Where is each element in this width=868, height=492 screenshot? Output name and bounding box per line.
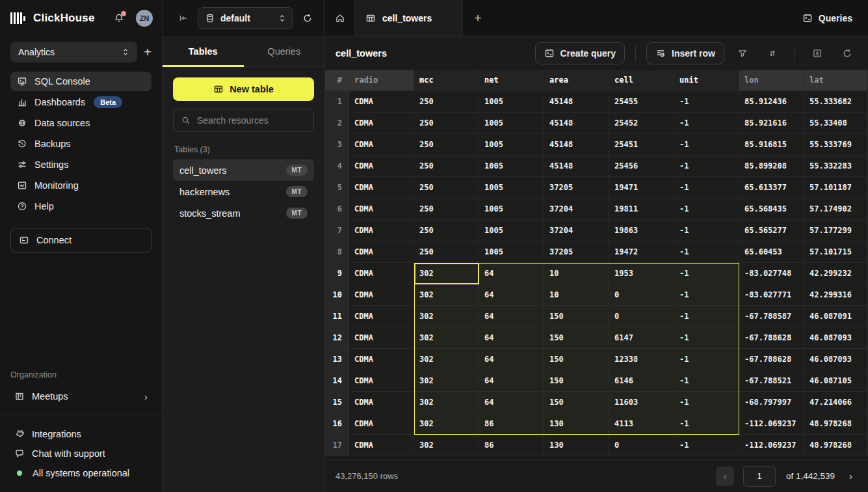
cell-unit[interactable]: -1 <box>674 370 739 392</box>
row-number[interactable]: 15 <box>325 392 349 413</box>
column-header-cell[interactable]: cell <box>609 70 674 91</box>
cell-cell[interactable]: 6146 <box>609 370 674 392</box>
cell-lat[interactable]: 57.177299 <box>804 220 868 241</box>
add-workspace-button[interactable]: + <box>144 46 151 59</box>
create-query-button[interactable]: Create query <box>535 42 625 64</box>
cell-area[interactable]: 130 <box>544 413 609 435</box>
cell-unit[interactable]: -1 <box>674 134 739 156</box>
cell-mcc[interactable]: 302 <box>414 284 479 306</box>
cell-unit[interactable]: -1 <box>674 177 739 198</box>
row-number[interactable]: 11 <box>325 306 349 327</box>
cell-unit[interactable]: -1 <box>674 435 739 456</box>
cell-lat[interactable]: 55.332283 <box>804 156 868 177</box>
cell-area[interactable]: 37204 <box>544 198 609 220</box>
new-tab-button[interactable]: + <box>463 0 493 36</box>
home-button[interactable] <box>325 0 355 36</box>
cell-radio[interactable]: CDMA <box>349 435 414 456</box>
cell-radio[interactable]: CDMA <box>349 220 414 241</box>
sidebar-item-integrations[interactable]: Integrations <box>0 424 162 444</box>
cell-lat[interactable]: 42.299316 <box>804 284 868 306</box>
cell-lon[interactable]: -83.027748 <box>739 263 804 284</box>
cell-area[interactable]: 45148 <box>544 134 609 156</box>
cell-mcc[interactable]: 302 <box>414 306 479 327</box>
tab-queries[interactable]: Queries <box>244 36 325 66</box>
cell-unit[interactable]: -1 <box>674 91 739 113</box>
cell-radio[interactable]: CDMA <box>349 327 414 349</box>
row-number[interactable]: 14 <box>325 370 349 392</box>
tab-tables[interactable]: Tables <box>163 36 244 66</box>
cell-cell[interactable]: 0 <box>609 435 674 456</box>
cell-lon[interactable]: 65.565277 <box>739 220 804 241</box>
sidebar-item-meetups[interactable]: Meetups › <box>10 386 151 407</box>
connect-button[interactable]: Connect <box>10 228 151 253</box>
cell-lat[interactable]: 46.087093 <box>804 327 868 349</box>
cell-mcc[interactable]: 250 <box>414 113 479 134</box>
cell-radio[interactable]: CDMA <box>349 370 414 392</box>
cell-area[interactable]: 150 <box>544 306 609 327</box>
cell-lon[interactable]: -83.027771 <box>739 284 804 306</box>
cell-area[interactable]: 10 <box>544 263 609 284</box>
cell-unit[interactable]: -1 <box>674 241 739 263</box>
cell-area[interactable]: 37205 <box>544 177 609 198</box>
cell-unit[interactable]: -1 <box>674 413 739 435</box>
column-header-unit[interactable]: unit <box>674 70 739 91</box>
cell-lon[interactable]: 85.912436 <box>739 91 804 113</box>
cell-net[interactable]: 1005 <box>479 91 544 113</box>
row-number[interactable]: 5 <box>325 177 349 198</box>
refresh-data-button[interactable] <box>835 42 859 64</box>
cell-mcc[interactable]: 250 <box>414 91 479 113</box>
cell-net[interactable]: 1005 <box>479 198 544 220</box>
cell-unit[interactable]: -1 <box>674 284 739 306</box>
cell-mcc[interactable]: 302 <box>414 413 479 435</box>
cell-cell[interactable]: 11603 <box>609 392 674 413</box>
cell-mcc[interactable]: 302 <box>414 263 479 284</box>
cell-mcc[interactable]: 302 <box>414 327 479 349</box>
cell-net[interactable]: 1005 <box>479 241 544 263</box>
cell-lon[interactable]: -112.069237 <box>739 435 804 456</box>
cell-mcc[interactable]: 250 <box>414 177 479 198</box>
next-page-button[interactable]: › <box>844 471 858 482</box>
cell-cell[interactable]: 25451 <box>609 134 674 156</box>
column-header-radio[interactable]: radio <box>349 70 414 91</box>
cell-lat[interactable]: 46.087105 <box>804 370 868 392</box>
sidebar-item-data-sources[interactable]: Data sources <box>10 113 151 133</box>
cell-unit[interactable]: -1 <box>674 113 739 134</box>
new-table-button[interactable]: New table <box>173 77 314 101</box>
refresh-tables-button[interactable] <box>302 13 313 23</box>
cell-mcc[interactable]: 302 <box>414 349 479 370</box>
cell-cell[interactable]: 19471 <box>609 177 674 198</box>
cell-lat[interactable]: 47.214066 <box>804 392 868 413</box>
cell-radio[interactable]: CDMA <box>349 177 414 198</box>
cell-net[interactable]: 64 <box>479 284 544 306</box>
row-number[interactable]: 2 <box>325 113 349 134</box>
row-number[interactable]: 9 <box>325 263 349 284</box>
cell-radio[interactable]: CDMA <box>349 349 414 370</box>
cell-lon[interactable]: -67.788628 <box>739 327 804 349</box>
row-number[interactable]: 3 <box>325 134 349 156</box>
sidebar-item-monitoring[interactable]: Monitoring <box>10 176 151 195</box>
page-number-input[interactable] <box>743 466 776 487</box>
cell-lat[interactable]: 48.978268 <box>804 413 868 435</box>
cell-cell[interactable]: 0 <box>609 284 674 306</box>
row-number[interactable]: 17 <box>325 435 349 456</box>
cell-unit[interactable]: -1 <box>674 306 739 327</box>
cell-lon[interactable]: -67.788521 <box>739 370 804 392</box>
cell-unit[interactable]: -1 <box>674 327 739 349</box>
cell-net[interactable]: 64 <box>479 370 544 392</box>
cell-lat[interactable]: 55.333682 <box>804 91 868 113</box>
cell-mcc[interactable]: 250 <box>414 198 479 220</box>
cell-lon[interactable]: 85.916815 <box>739 134 804 156</box>
cell-net[interactable]: 64 <box>479 392 544 413</box>
cell-net[interactable]: 1005 <box>479 156 544 177</box>
sidebar-item-help[interactable]: Help <box>10 197 151 216</box>
cell-cell[interactable]: 19811 <box>609 198 674 220</box>
row-number[interactable]: 12 <box>325 327 349 349</box>
cell-mcc[interactable]: 250 <box>414 134 479 156</box>
cell-lon[interactable]: -68.797997 <box>739 392 804 413</box>
cell-area[interactable]: 150 <box>544 349 609 370</box>
cell-net[interactable]: 86 <box>479 413 544 435</box>
cell-radio[interactable]: CDMA <box>349 198 414 220</box>
cell-lon[interactable]: -67.788587 <box>739 306 804 327</box>
cell-radio[interactable]: CDMA <box>349 413 414 435</box>
row-number[interactable]: 13 <box>325 349 349 370</box>
